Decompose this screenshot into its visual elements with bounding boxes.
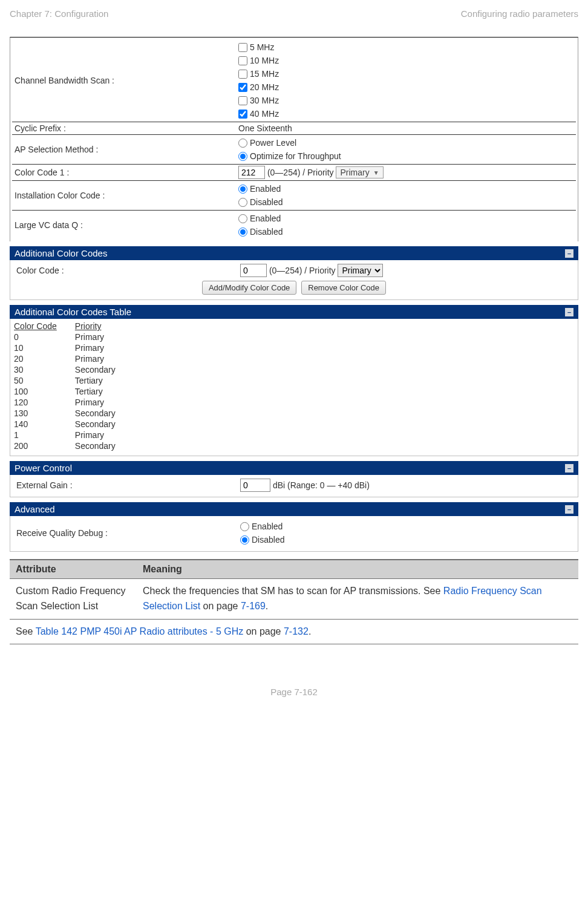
collapse-icon[interactable]: –	[565, 505, 573, 514]
cyclic-prefix-value: One Sixteenth	[236, 122, 576, 135]
table-row: 140Secondary	[14, 419, 134, 430]
color-code-1-label: Color Code 1 :	[12, 165, 236, 181]
add-cc-priority-select[interactable]: Primary	[338, 264, 383, 277]
power-control-title: Power Control	[15, 463, 72, 473]
rq-debug-enabled-radio[interactable]	[240, 522, 249, 531]
collapse-icon[interactable]: –	[565, 308, 573, 316]
additional-cc-title: Additional Color Codes	[15, 248, 107, 258]
ap-selection-label: AP Selection Method :	[12, 135, 236, 165]
add-cc-input[interactable]	[240, 264, 267, 277]
install-cc-enabled-radio[interactable]	[238, 185, 247, 194]
large-vc-label: Large VC data Q :	[12, 211, 236, 240]
rq-debug-disabled-label: Disabled	[252, 533, 284, 546]
chevron-down-icon: ▼	[373, 169, 379, 176]
table-row: 130Secondary	[14, 408, 134, 419]
install-cc-enabled-label: Enabled	[250, 182, 281, 195]
table-row: 0Primary	[14, 332, 134, 343]
color-codes-table: Color Code Priority 0Primary 10Primary 2…	[14, 321, 134, 452]
cc-table-header: Additional Color Codes Table –	[10, 305, 578, 319]
remove-cc-button[interactable]: Remove Color Code	[301, 281, 386, 295]
bw-30mhz-checkbox[interactable]	[238, 96, 247, 105]
power-control-header: Power Control –	[10, 461, 578, 475]
bw-10mhz-checkbox[interactable]	[238, 56, 247, 65]
table-row: 30Secondary	[14, 365, 134, 376]
section-label: Configuring radio parameters	[461, 8, 578, 19]
rq-debug-enabled-label: Enabled	[252, 520, 283, 533]
external-gain-unit: dBi (Range: 0 — +40 dBi)	[273, 480, 370, 490]
bw-5mhz-label: 5 MHz	[250, 41, 274, 54]
attr-see-row: See Table 142 PMP 450i AP Radio attribut…	[10, 619, 578, 644]
bw-15mhz-checkbox[interactable]	[238, 70, 247, 79]
external-gain-label: External Gain :	[14, 477, 238, 493]
external-gain-input[interactable]	[240, 479, 270, 492]
add-modify-cc-button[interactable]: Add/Modify Color Code	[202, 281, 296, 295]
install-cc-label: Installation Color Code :	[12, 181, 236, 211]
attribute-table: Attribute Meaning Custom Radio Frequency…	[10, 559, 578, 644]
bw-40mhz-label: 40 MHz	[250, 107, 279, 120]
table-row: 100Tertiary	[14, 387, 134, 397]
bw-30mhz-label: 30 MHz	[250, 94, 279, 107]
ap-throughput-label: Optimize for Throughput	[250, 149, 341, 163]
table-row: 10Primary	[14, 343, 134, 354]
color-code-1-input[interactable]	[238, 166, 265, 179]
large-vc-disabled-label: Disabled	[250, 225, 283, 238]
large-vc-disabled-radio[interactable]	[238, 227, 247, 237]
install-cc-disabled-label: Disabled	[250, 195, 283, 209]
collapse-icon[interactable]: –	[565, 464, 573, 473]
table-row: 200Secondary	[14, 441, 134, 452]
channel-bw-label: Channel Bandwidth Scan :	[12, 39, 236, 122]
bw-10mhz-label: 10 MHz	[250, 54, 279, 67]
color-code-1-priority-select[interactable]: Primary ▼	[336, 166, 383, 178]
color-code-1-priority-value: Primary	[340, 168, 369, 177]
bw-20mhz-checkbox[interactable]	[238, 83, 247, 92]
ap-power-radio[interactable]	[238, 139, 247, 148]
rq-debug-disabled-radio[interactable]	[240, 535, 249, 545]
bw-40mhz-checkbox[interactable]	[238, 110, 247, 119]
link-table-142[interactable]: Table 142 PMP 450i AP Radio attributes -…	[36, 626, 246, 636]
cc-table-col-code: Color Code	[14, 321, 75, 332]
attr-col-attribute: Attribute	[10, 560, 137, 579]
table-row: 50Tertiary	[14, 376, 134, 387]
add-cc-label: Color Code :	[14, 263, 238, 278]
config-frame: Channel Bandwidth Scan : 5 MHz 10 MHz 15…	[10, 37, 578, 241]
cc-table-col-priority: Priority	[75, 321, 134, 332]
link-page-7-132[interactable]: 7-132	[284, 626, 309, 636]
add-cc-range: (0—254) / Priority	[269, 266, 336, 275]
chapter-label: Chapter 7: Configuration	[10, 8, 108, 19]
page-footer: Page 7-162	[10, 644, 578, 697]
attr-meaning: Check the frequencies that SM has to sca…	[137, 579, 578, 620]
large-vc-enabled-label: Enabled	[250, 212, 281, 225]
link-page-7-169[interactable]: 7-169	[241, 601, 266, 611]
table-row: 1Primary	[14, 430, 134, 441]
rq-debug-label: Receive Quality Debug :	[14, 519, 238, 548]
bw-15mhz-label: 15 MHz	[250, 67, 279, 80]
table-row: 120Primary	[14, 397, 134, 408]
bw-20mhz-label: 20 MHz	[250, 80, 279, 94]
ap-throughput-radio[interactable]	[238, 152, 247, 161]
collapse-icon[interactable]: –	[565, 249, 573, 258]
color-code-1-range: (0—254) / Priority	[267, 168, 334, 177]
table-row: 20Primary	[14, 354, 134, 365]
bw-5mhz-checkbox[interactable]	[238, 43, 247, 52]
attr-col-meaning: Meaning	[137, 560, 578, 579]
large-vc-enabled-radio[interactable]	[238, 214, 247, 223]
advanced-title: Advanced	[15, 504, 55, 514]
attr-name: Custom Radio Frequency Scan Selection Li…	[10, 579, 137, 620]
install-cc-disabled-radio[interactable]	[238, 198, 247, 207]
additional-cc-header: Additional Color Codes –	[10, 246, 578, 260]
ap-power-label: Power Level	[250, 136, 296, 149]
advanced-header: Advanced –	[10, 502, 578, 516]
cc-table-title: Additional Color Codes Table	[15, 307, 131, 317]
cyclic-prefix-label: Cyclic Prefix :	[12, 122, 236, 135]
